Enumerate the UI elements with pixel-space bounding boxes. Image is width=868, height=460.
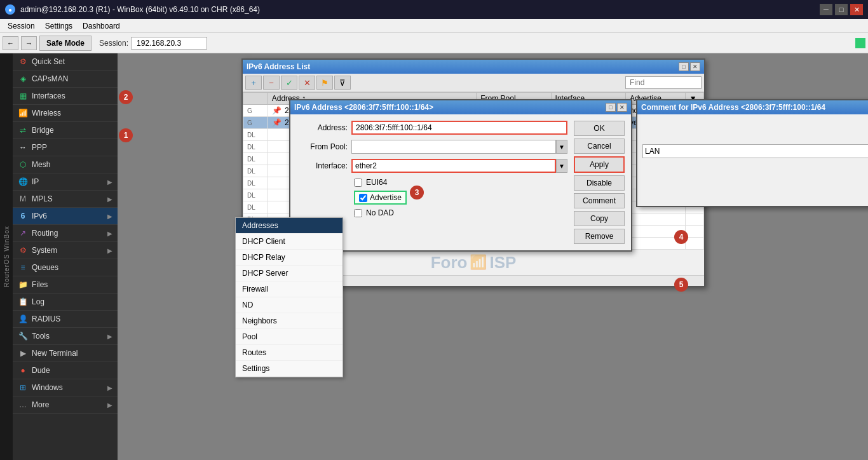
sidebar-label-dude: Dude: [32, 366, 112, 375]
ipv6-list-close-button[interactable]: ✕: [690, 62, 700, 71]
interface-input[interactable]: [351, 159, 556, 173]
ipv6-list-title: IPv6 Address List: [247, 62, 310, 71]
windows-icon: ⊞: [18, 382, 28, 393]
title-bar-title: admin@192.168.20.3 (R1) - WinBox (64bit)…: [20, 5, 260, 14]
check-button[interactable]: ✓: [281, 76, 297, 90]
watermark-wifi-icon: 📶: [470, 254, 487, 271]
interface-row: Interface: ▼: [297, 159, 567, 173]
queues-icon: ≡: [18, 262, 28, 273]
system-arrow-icon: ▶: [107, 247, 112, 254]
eui64-checkbox[interactable]: [354, 179, 362, 187]
sidebar-item-windows[interactable]: ⊞ Windows ▶: [13, 379, 118, 396]
badge-5: 5: [674, 278, 688, 292]
sidebar-item-bridge[interactable]: ⇌ Bridge: [13, 122, 118, 139]
from-pool-input[interactable]: [351, 140, 556, 154]
sidebar-item-routing[interactable]: ↗ Routing ▶: [13, 225, 118, 242]
sidebar-label-windows: Windows: [32, 383, 104, 392]
advertise-label: Advertise: [370, 193, 402, 202]
submenu-item-dhcp-client[interactable]: DHCP Client: [236, 234, 342, 250]
sidebar-item-system[interactable]: ⚙ System ▶: [13, 242, 118, 259]
content-area: 2 IPv6 Address List □ ✕ + − ✓ ✕ ⚑ ⊽: [118, 53, 868, 460]
submenu-item-firewall[interactable]: Firewall: [236, 281, 342, 297]
advertise-checkbox[interactable]: [359, 194, 367, 202]
submenu-item-settings[interactable]: Settings: [236, 361, 342, 377]
submenu-item-dhcp-server[interactable]: DHCP Server: [236, 266, 342, 281]
submenu-item-routes[interactable]: Routes: [236, 345, 342, 361]
sidebar-item-ip[interactable]: 🌐 IP ▶: [13, 173, 118, 191]
sidebar-item-more[interactable]: … More ▶: [13, 396, 118, 414]
routing-arrow-icon: ▶: [107, 230, 112, 237]
menu-settings[interactable]: Settings: [40, 20, 78, 32]
sidebar-item-quick-set[interactable]: ⚙ Quick Set: [13, 53, 118, 71]
comment-input[interactable]: [642, 144, 868, 158]
cancel-button[interactable]: Cancel: [574, 139, 625, 154]
from-pool-dropdown-icon[interactable]: ▼: [556, 140, 567, 154]
cancel-x-button[interactable]: ✕: [299, 76, 315, 90]
submenu-item-neighbors[interactable]: Neighbors: [236, 313, 342, 329]
ipv6-arrow-icon: ▶: [107, 213, 112, 220]
remove-button[interactable]: −: [263, 76, 280, 90]
ipv6-list-controls: □ ✕: [679, 62, 700, 71]
copy-button[interactable]: Copy: [574, 211, 625, 226]
find-input[interactable]: [625, 76, 702, 89]
sidebar-item-queues[interactable]: ≡ Queues: [13, 259, 118, 276]
sidebar-item-radius[interactable]: 👤 RADIUS: [13, 311, 118, 328]
ip-icon: 🌐: [18, 177, 28, 187]
badge-1: 1: [119, 128, 133, 142]
ipv6-list-title-bar: IPv6 Address List □ ✕: [243, 60, 704, 74]
title-bar-controls: ─ □ ✕: [820, 4, 863, 15]
interface-dropdown-icon[interactable]: ▼: [556, 159, 567, 173]
address-row: Address:: [297, 121, 567, 135]
session-value: 192.168.20.3: [131, 37, 207, 50]
close-button[interactable]: ✕: [850, 4, 863, 15]
ipv6-detail-close-button[interactable]: ✕: [617, 103, 627, 112]
safe-mode-button[interactable]: Safe Mode: [39, 36, 92, 51]
ipv6-list-maximize-button[interactable]: □: [679, 62, 689, 71]
minimize-button[interactable]: ─: [820, 4, 832, 15]
filter-button[interactable]: ⊽: [334, 76, 351, 90]
files-icon: 📁: [18, 280, 28, 290]
address-input[interactable]: [351, 121, 567, 135]
sidebar-item-new-terminal[interactable]: ▶ New Terminal: [13, 345, 118, 362]
forward-icon: →: [25, 39, 32, 47]
ok-button[interactable]: OK: [574, 121, 625, 136]
maximize-button[interactable]: □: [835, 4, 848, 15]
menu-bar: Session Settings Dashboard: [0, 19, 868, 33]
submenu-item-nd[interactable]: ND: [236, 297, 342, 313]
more-icon: …: [18, 400, 28, 410]
sidebar-item-wireless[interactable]: 📶 Wireless: [13, 105, 118, 122]
badge-2: 2: [119, 90, 133, 104]
submenu-item-dhcp-relay[interactable]: DHCP Relay: [236, 250, 342, 266]
comment-button[interactable]: Comment: [574, 193, 625, 208]
sidebar-item-interfaces[interactable]: ▦ Interfaces: [13, 88, 118, 105]
wireless-icon: 📶: [18, 108, 28, 118]
sidebar-item-dude[interactable]: ● Dude: [13, 362, 118, 379]
remove-button[interactable]: Remove: [574, 229, 625, 244]
sidebar-item-mpls[interactable]: M MPLS ▶: [13, 191, 118, 208]
sidebar-item-ppp[interactable]: ↔ PPP: [13, 139, 118, 156]
sidebar-label-ip: IP: [32, 177, 104, 186]
ipv6-detail-maximize-button[interactable]: □: [606, 103, 616, 112]
ipv6-submenu: Addresses DHCP Client DHCP Relay DHCP Se…: [235, 217, 343, 377]
sidebar-item-capsman[interactable]: ◈ CAPsMAN: [13, 71, 118, 88]
no-dad-checkbox[interactable]: [354, 209, 362, 217]
sidebar-item-mesh[interactable]: ⬡ Mesh: [13, 156, 118, 173]
sidebar-item-files[interactable]: 📁 Files: [13, 276, 118, 294]
back-button[interactable]: ←: [3, 36, 18, 50]
sidebar-label-tools: Tools: [32, 332, 104, 341]
forward-button[interactable]: →: [21, 36, 37, 50]
sidebar-label-quick-set: Quick Set: [32, 57, 112, 66]
add-button[interactable]: +: [245, 76, 262, 90]
sidebar-item-ipv6[interactable]: 6 IPv6 ▶: [13, 208, 118, 225]
submenu-item-pool[interactable]: Pool: [236, 329, 342, 345]
disable-button[interactable]: Disable: [574, 175, 625, 191]
sidebar-label-wireless: Wireless: [32, 109, 112, 118]
menu-session[interactable]: Session: [3, 20, 40, 32]
from-pool-container: ▼: [351, 140, 567, 154]
sidebar-item-log[interactable]: 📋 Log: [13, 294, 118, 311]
apply-button[interactable]: Apply: [574, 156, 625, 173]
flag-button[interactable]: ⚑: [316, 76, 333, 90]
submenu-item-addresses[interactable]: Addresses: [236, 218, 342, 234]
sidebar-item-tools[interactable]: 🔧 Tools ▶: [13, 328, 118, 345]
menu-dashboard[interactable]: Dashboard: [78, 20, 125, 32]
